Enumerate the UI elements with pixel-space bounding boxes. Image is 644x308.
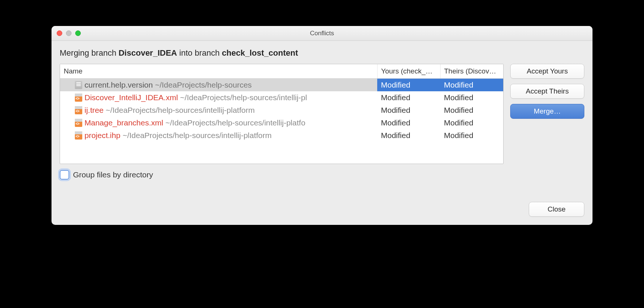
dialog-content: Merging branch Discover_IDEA into branch… [52, 41, 592, 225]
theirs-status: Modified [440, 129, 503, 142]
file-name: Discover_IntelliJ_IDEA.xml [84, 93, 178, 102]
traffic-lights [57, 30, 81, 36]
target-branch: check_lost_content [222, 48, 298, 58]
xml-file-icon [75, 94, 82, 102]
conflicts-dialog: Conflicts Merging branch Discover_IDEA i… [52, 26, 592, 225]
table-row[interactable]: current.help.version~/IdeaProjects/help-… [60, 79, 503, 92]
file-path: ~/IdeaProjects/help-sources/intellij-pla… [123, 131, 272, 140]
group-by-directory-row: Group files by directory [60, 170, 584, 180]
yours-status: Modified [377, 129, 440, 142]
source-branch: Discover_IDEA [119, 48, 177, 58]
group-by-directory-checkbox[interactable] [60, 170, 69, 180]
yours-status: Modified [377, 117, 440, 129]
merge-mid: into branch [177, 48, 222, 58]
xml-file-icon [75, 131, 82, 140]
file-path: ~/IdeaProjects/help-sources/intellij-pla… [165, 118, 305, 127]
xml-file-icon [75, 106, 82, 114]
yours-status: Modified [377, 104, 440, 117]
xml-file-icon [75, 119, 82, 127]
file-name: ij.tree [84, 106, 103, 114]
table-row[interactable]: ij.tree~/IdeaProjects/help-sources/intel… [60, 104, 503, 117]
theirs-status: Modified [440, 91, 503, 104]
theirs-status: Modified [440, 117, 503, 129]
file-icon [75, 81, 82, 89]
merge-button[interactable]: Merge… [510, 104, 584, 119]
action-buttons: Accept Yours Accept Theirs Merge… [510, 64, 584, 119]
maximize-icon[interactable] [75, 30, 81, 36]
yours-status: Modified [377, 91, 440, 104]
file-path: ~/IdeaProjects/help-sources/intellij-pl [180, 93, 307, 102]
col-header-name[interactable]: Name [60, 64, 377, 79]
merge-prefix: Merging branch [60, 48, 119, 58]
accept-theirs-button[interactable]: Accept Theirs [510, 84, 584, 99]
merge-description: Merging branch Discover_IDEA into branch… [60, 48, 584, 58]
table-row[interactable]: project.ihp~/IdeaProjects/help-sources/i… [60, 129, 503, 142]
minimize-icon [66, 30, 72, 36]
file-path: ~/IdeaProjects/help-sources/intellij-pla… [106, 106, 255, 114]
table-row[interactable]: Discover_IntelliJ_IDEA.xml~/IdeaProjects… [60, 91, 503, 104]
accept-yours-button[interactable]: Accept Yours [510, 64, 584, 79]
file-name: Manage_branches.xml [84, 118, 163, 127]
close-icon[interactable] [57, 30, 62, 36]
yours-status: Modified [377, 79, 440, 92]
window-title: Conflicts [52, 30, 592, 37]
conflicts-table[interactable]: Name Yours (check_… Theirs (Discov… curr… [60, 64, 504, 164]
theirs-status: Modified [440, 79, 503, 92]
file-name: current.help.version [84, 81, 153, 89]
file-name: project.ihp [84, 131, 120, 140]
group-by-directory-label: Group files by directory [73, 170, 153, 179]
file-path: ~/IdeaProjects/help-sources [155, 81, 252, 89]
theirs-status: Modified [440, 104, 503, 117]
close-button[interactable]: Close [529, 202, 584, 217]
table-row[interactable]: Manage_branches.xml~/IdeaProjects/help-s… [60, 117, 503, 129]
col-header-yours[interactable]: Yours (check_… [377, 64, 440, 79]
col-header-theirs[interactable]: Theirs (Discov… [440, 64, 503, 79]
titlebar: Conflicts [52, 26, 592, 41]
